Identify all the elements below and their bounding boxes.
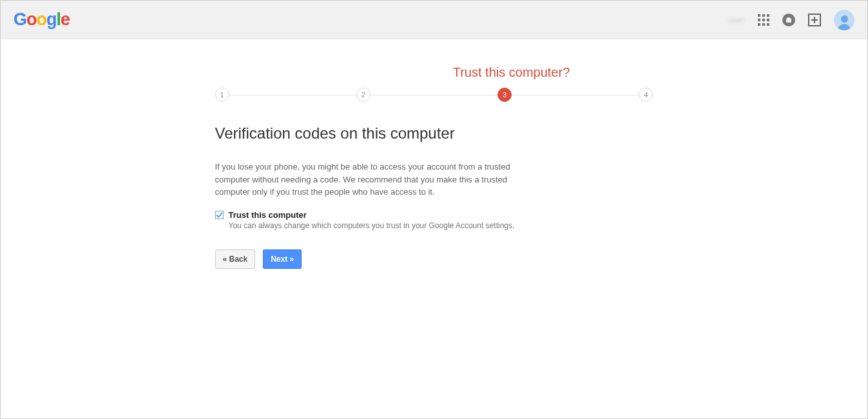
share-plus-icon[interactable] bbox=[808, 14, 821, 26]
trust-checkbox-row: Trust this computer You can always chang… bbox=[215, 210, 653, 230]
trust-checkbox[interactable] bbox=[215, 211, 224, 219]
app-header: Google user bbox=[1, 1, 867, 39]
button-row: « Back Next » bbox=[215, 249, 653, 269]
description-text: If you lose your phone, you might be abl… bbox=[215, 161, 518, 199]
page-heading: Verification codes on this computer bbox=[215, 124, 653, 142]
step-node-3: 3 bbox=[497, 88, 512, 102]
google-logo[interactable]: Google bbox=[14, 10, 70, 30]
step-node-1: 1 bbox=[215, 88, 229, 102]
trust-checkbox-sublabel: You can always change which computers yo… bbox=[229, 221, 515, 230]
avatar[interactable] bbox=[834, 10, 854, 30]
back-button[interactable]: « Back bbox=[215, 249, 256, 269]
stepper: 1 2 3 4 bbox=[215, 88, 653, 102]
step-title: Trust this computer? bbox=[370, 65, 653, 80]
main-content: Trust this computer? 1 2 3 4 Verificatio… bbox=[209, 65, 660, 269]
next-button[interactable]: Next » bbox=[263, 249, 302, 269]
checkmark-icon bbox=[216, 211, 223, 219]
trust-checkbox-label: Trust this computer bbox=[229, 210, 515, 220]
header-right: user bbox=[729, 10, 854, 30]
apps-icon[interactable] bbox=[758, 14, 769, 26]
step-node-2: 2 bbox=[356, 88, 371, 102]
account-label: user bbox=[729, 15, 745, 24]
notifications-icon[interactable] bbox=[782, 14, 795, 26]
step-node-4: 4 bbox=[639, 88, 653, 102]
